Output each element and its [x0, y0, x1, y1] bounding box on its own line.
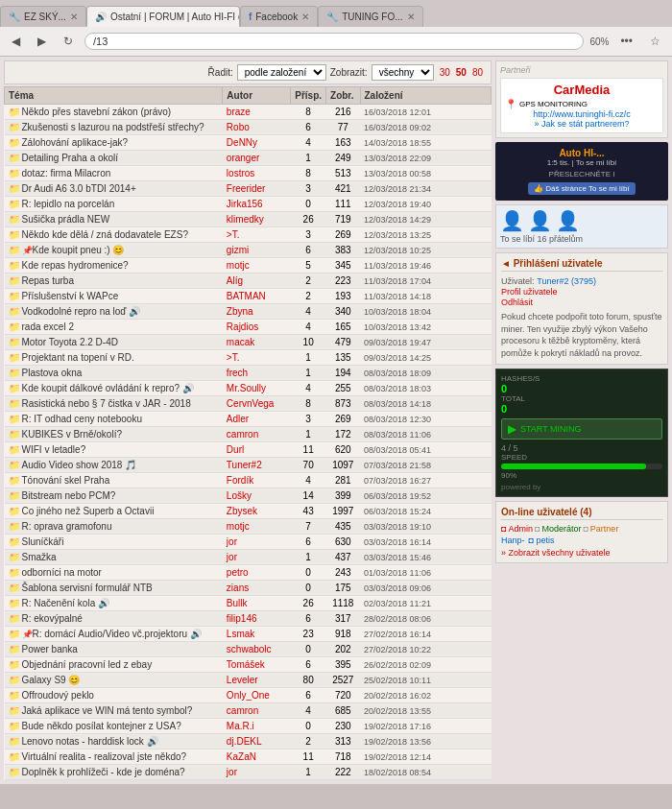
topic-link[interactable]: rada excel 2 — [22, 321, 74, 332]
author-link[interactable]: DeNNy — [227, 137, 257, 148]
author-link[interactable]: BATMAN — [227, 291, 266, 301]
topic-link[interactable]: Jaká aplikace ve WIN má tento symbol? — [22, 705, 193, 716]
topic-link[interactable]: Příslušenství k WAPce — [22, 291, 119, 301]
online-user-hanp[interactable]: Hanp- — [501, 535, 525, 545]
author-link[interactable]: gizmi — [227, 245, 249, 255]
topic-link[interactable]: R: ekovýpalné — [22, 613, 83, 624]
topic-link[interactable]: Projektant na topení v RD. — [22, 352, 134, 363]
back-button[interactable]: ◀ — [6, 33, 26, 50]
logout-link[interactable]: Odhlásit — [501, 297, 662, 307]
topic-link[interactable]: Kde repas hydromenice? — [22, 260, 129, 271]
author-link[interactable]: Bullk — [227, 598, 248, 608]
topic-link[interactable]: WIFI v letadle? — [22, 444, 86, 455]
carmedia-ad[interactable]: CarMedia 📍 GPS MONITORING http://www.tun… — [500, 78, 663, 133]
author-link[interactable]: Tuner#2 — [227, 460, 262, 470]
tab-close-4[interactable]: ✕ — [407, 12, 415, 22]
show-all-users-link[interactable]: » Zobrazit všechny uživatele — [501, 548, 662, 558]
author-link[interactable]: Only_One — [227, 690, 270, 701]
topic-link[interactable]: Zkušenosti s lazurou na podstřeší střech… — [22, 122, 204, 132]
author-link[interactable]: Alíg — [227, 275, 243, 286]
author-link[interactable]: Durl — [227, 444, 244, 455]
topic-link[interactable]: Rasistická nebo § 7 čistka v JAR - 2018 — [22, 398, 191, 409]
topic-link[interactable]: Doplněk k prohlížeči - kde je doména? — [22, 767, 185, 777]
topic-link[interactable]: Šablona servisní formulář NTB — [22, 583, 153, 593]
author-link[interactable]: Rajdios — [227, 321, 258, 332]
author-link[interactable]: klimedky — [227, 214, 264, 225]
count-30[interactable]: 30 — [438, 67, 452, 78]
author-link[interactable]: Leveler — [227, 675, 258, 685]
author-link[interactable]: camron — [227, 705, 258, 716]
topic-link[interactable]: Vodkodolné repro na loď 🔊 — [22, 306, 141, 317]
topic-link[interactable]: Virtuální realita - realizoval jste někd… — [22, 751, 187, 762]
bookmark-button[interactable]: ☆ — [644, 33, 666, 50]
topic-link[interactable]: Zálohování aplikace-jak? — [22, 137, 129, 148]
forward-button[interactable]: ▶ — [32, 33, 52, 50]
author-link[interactable]: dj.DEKL — [227, 736, 262, 747]
author-link[interactable]: macak — [227, 337, 254, 347]
topic-link[interactable]: Bitstream nebo PCM? — [22, 490, 116, 501]
topic-link[interactable]: Dr Audi A6 3.0 bTDI 2014+ — [22, 183, 136, 194]
online-user-partner[interactable]: Partner — [590, 524, 619, 534]
topic-link[interactable]: R: lepidlo na porcelán — [22, 199, 115, 209]
start-mining-btn[interactable]: ▶ START MINING — [501, 418, 662, 440]
tab-close-3[interactable]: ✕ — [301, 12, 309, 22]
tab-forum[interactable]: 🔊 Ostatní | FORUM | Auto HI-FI cl... ✕ — [86, 6, 240, 27]
online-user-admin[interactable]: ◘ Admin — [501, 524, 533, 534]
topic-link[interactable]: Smažka — [22, 552, 57, 562]
topic-link[interactable]: Lenovo notas - harddisk lock 🔊 — [22, 736, 158, 747]
topic-link[interactable]: Co jiného než Superb a Octavii — [22, 506, 155, 516]
author-link[interactable]: Ma.R.i — [227, 721, 254, 731]
online-user-petis[interactable]: ◘ petis — [529, 535, 555, 545]
topic-link[interactable]: Sluníčkáři — [22, 536, 64, 547]
author-link[interactable]: Lošky — [227, 490, 252, 501]
author-link[interactable]: filip146 — [227, 613, 257, 624]
url-input[interactable] — [84, 33, 584, 50]
author-link[interactable]: frech — [227, 368, 248, 378]
user-value[interactable]: Tuner#2 (3795) — [537, 276, 596, 286]
topic-link[interactable]: dotaz: firma Milacron — [22, 168, 111, 178]
topic-link[interactable]: R: IT odhad ceny notebooku — [22, 414, 142, 424]
ad-banner[interactable]: Auto HI-... 1:5 tis. | To se mi líbí PŘE… — [495, 142, 668, 201]
author-link[interactable]: Freerider — [227, 183, 266, 194]
topic-link[interactable]: Offroudový peklo — [22, 690, 94, 701]
author-link[interactable]: jor — [227, 536, 237, 547]
author-link[interactable]: Fordík — [227, 475, 253, 486]
partner-link[interactable]: http://www.tuninghi-fi.cz/c — [505, 109, 659, 119]
topic-link[interactable]: Bude někdo posílat kontejner z USA? — [22, 721, 181, 731]
topic-link[interactable]: Tónování skel Praha — [22, 475, 110, 486]
author-link[interactable]: Zbysek — [227, 506, 257, 516]
topic-link[interactable]: Kde koupit dálkové ovládání k repro? 🔊 — [22, 383, 194, 393]
online-user-mod[interactable]: Moderátor — [541, 524, 581, 534]
count-50[interactable]: 50 — [454, 67, 468, 78]
topic-link[interactable]: Power banka — [22, 644, 78, 654]
topic-link[interactable]: Sušička prádla NEW — [22, 214, 110, 225]
radit-select[interactable]: podle založení — [237, 64, 326, 81]
author-link[interactable]: braze — [227, 107, 251, 117]
author-link[interactable]: >T. — [227, 229, 240, 240]
author-link[interactable]: Tomášek — [227, 659, 265, 670]
author-link[interactable]: lostros — [227, 168, 254, 178]
author-link[interactable]: Adler — [227, 414, 249, 424]
count-80[interactable]: 80 — [470, 67, 485, 78]
author-link[interactable]: >T. — [227, 352, 240, 363]
author-link[interactable]: motjc — [227, 260, 250, 271]
author-link[interactable]: Zbyna — [227, 306, 253, 317]
topic-link[interactable]: Galaxy S9 😊 — [22, 675, 81, 685]
topic-link[interactable]: Někdo kde dělá / zná dodavatele EZS? — [22, 229, 188, 240]
author-link[interactable]: zians — [227, 583, 249, 593]
author-link[interactable]: Jirka156 — [227, 199, 263, 209]
author-link[interactable]: Robo — [227, 122, 250, 132]
tab-ezsky[interactable]: 🔧 EZ SKÝ... ✕ — [0, 6, 86, 27]
topic-link[interactable]: Repas turba — [22, 275, 74, 286]
author-link[interactable]: motjc — [227, 521, 250, 532]
topic-link[interactable]: KUBIKES v Brně/okolí? — [22, 429, 123, 440]
topic-link[interactable]: R: domácí Audio/Video vč.projektoru 🔊 — [33, 629, 202, 639]
author-link[interactable]: Lsmak — [227, 629, 254, 639]
become-partner-link[interactable]: » Jak se stát partnerem? — [505, 119, 659, 129]
author-link[interactable]: KaZaN — [227, 751, 256, 762]
author-link[interactable]: schwabolc — [227, 644, 272, 654]
reload-button[interactable]: ↻ — [58, 33, 79, 50]
author-link[interactable]: Mr.Soully — [227, 383, 266, 393]
author-link[interactable]: jor — [227, 552, 237, 562]
tab-facebook[interactable]: f Facebook ✕ — [240, 6, 318, 27]
